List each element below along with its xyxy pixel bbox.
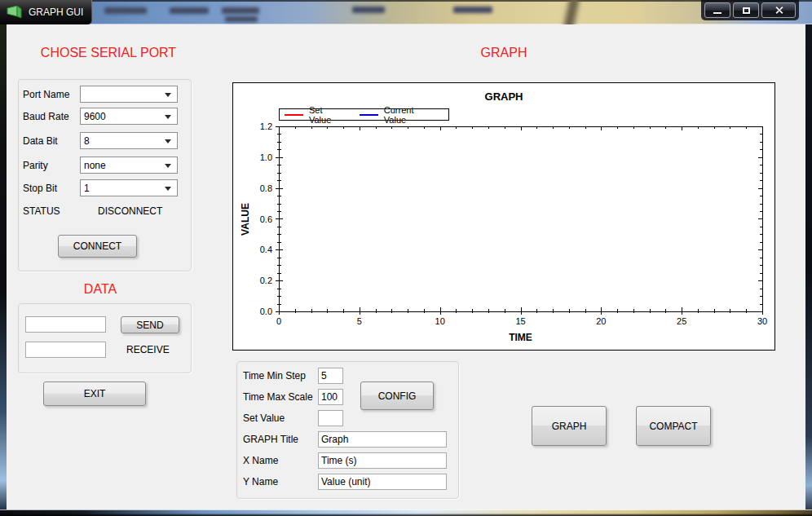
app-window: GRAPH GUI CHOSE SERIAL PORT Port Name Ba… — [0, 0, 812, 516]
current-value-line-sample — [360, 114, 378, 116]
status-label: STATUS — [23, 205, 60, 217]
minimize-button[interactable] — [704, 2, 730, 18]
compact-button[interactable]: COMPACT — [636, 406, 711, 446]
window-frame-left — [0, 24, 7, 509]
chart-legend: Set Value Current Value — [279, 108, 449, 121]
svg-text:0.8: 0.8 — [260, 183, 272, 193]
close-icon — [774, 6, 783, 15]
parity-label: Parity — [23, 160, 48, 171]
desktop-blur-blob — [352, 7, 385, 13]
graph-heading: GRAPH — [232, 46, 775, 60]
chart-panel: GRAPH Set Value Current Value 0510152025… — [232, 82, 775, 351]
x-axis-title: TIME — [279, 332, 762, 343]
window-title: GRAPH GUI — [29, 7, 83, 18]
chevron-down-icon — [165, 164, 171, 168]
window-controls — [701, 0, 799, 20]
y-name-input[interactable] — [318, 474, 447, 490]
svg-text:10: 10 — [435, 316, 445, 326]
y-axis-title: VALUE — [235, 126, 256, 311]
desktop-blur-blob — [453, 7, 492, 13]
chevron-down-icon — [165, 187, 171, 191]
baud-rate-combobox[interactable]: 9600 — [80, 108, 178, 125]
receive-label: RECEIVE — [126, 344, 170, 355]
svg-text:1.2: 1.2 — [260, 121, 272, 131]
svg-text:0.2: 0.2 — [260, 276, 272, 285]
serial-heading: CHOSE SERIAL PORT — [7, 46, 210, 60]
svg-text:5: 5 — [357, 316, 362, 326]
minimize-icon — [713, 12, 722, 14]
svg-text:0.4: 0.4 — [260, 245, 272, 254]
send-button[interactable]: SEND — [121, 316, 179, 333]
status-value: DISCONNECT — [98, 205, 162, 217]
chevron-down-icon — [165, 93, 171, 97]
stop-bit-combobox[interactable]: 1 — [80, 179, 178, 196]
x-name-label: X Name — [243, 455, 278, 466]
exit-button[interactable]: EXIT — [43, 381, 146, 406]
legend-label: Current Value — [384, 105, 430, 125]
desktop-blur-blob — [170, 7, 209, 14]
baud-rate-label: Baud Rate — [23, 111, 69, 122]
maximize-button[interactable] — [733, 2, 759, 18]
port-name-label: Port Name — [23, 89, 69, 100]
svg-text:15: 15 — [515, 316, 525, 326]
legend-item: Current Value — [360, 105, 430, 125]
chart-title: GRAPH — [233, 90, 774, 103]
graph-title-input[interactable] — [318, 431, 447, 448]
time-min-step-input[interactable] — [318, 368, 343, 384]
stop-bit-label: Stop Bit — [23, 183, 57, 194]
receive-input[interactable] — [25, 342, 106, 358]
svg-text:30: 30 — [757, 316, 767, 326]
svg-text:0.6: 0.6 — [260, 214, 272, 224]
maximize-icon — [743, 7, 750, 14]
window-frame-bottom — [0, 509, 812, 516]
legend-label: Set Value — [309, 105, 342, 125]
graph-title-label: GRAPH Title — [243, 434, 298, 445]
parity-combobox[interactable]: none — [80, 157, 178, 174]
app-icon — [7, 6, 23, 19]
svg-text:20: 20 — [596, 316, 606, 326]
connect-button[interactable]: CONNECT — [58, 235, 137, 258]
data-groupbox — [18, 303, 192, 373]
time-min-step-label: Time Min Step — [243, 370, 306, 381]
window-title-chip: GRAPH GUI — [0, 0, 92, 24]
data-bit-label: Data Bit — [23, 135, 58, 147]
set-value-line-sample — [285, 114, 303, 116]
set-value-input[interactable] — [318, 410, 343, 426]
desktop-blur-blob — [225, 16, 258, 22]
chevron-down-icon — [165, 115, 171, 119]
data-heading: DATA — [7, 282, 194, 297]
titlebar[interactable]: GRAPH GUI — [0, 0, 812, 24]
svg-text:25: 25 — [677, 316, 686, 326]
client-area: CHOSE SERIAL PORT Port Name Baud Rate 96… — [7, 24, 805, 509]
legend-item: Set Value — [285, 105, 342, 125]
port-name-combobox[interactable] — [80, 86, 178, 103]
svg-text:0.0: 0.0 — [260, 307, 272, 316]
svg-text:1.0: 1.0 — [260, 152, 272, 162]
time-max-scale-label: Time Max Scale — [243, 391, 313, 403]
set-value-label: Set Value — [243, 412, 285, 424]
graph-button[interactable]: GRAPH — [532, 406, 607, 446]
data-bit-combobox[interactable]: 8 — [80, 132, 178, 149]
window-frame-right — [805, 24, 812, 509]
config-button[interactable]: CONFIG — [360, 381, 434, 410]
time-max-scale-input[interactable] — [318, 389, 343, 405]
svg-text:0: 0 — [276, 316, 281, 326]
send-input[interactable] — [25, 316, 106, 333]
y-name-label: Y Name — [243, 476, 278, 487]
x-name-input[interactable] — [318, 452, 447, 469]
close-button[interactable] — [761, 2, 796, 18]
desktop-blur-blob — [222, 7, 259, 14]
desktop-blur-blob — [104, 7, 147, 14]
chevron-down-icon — [165, 139, 171, 143]
